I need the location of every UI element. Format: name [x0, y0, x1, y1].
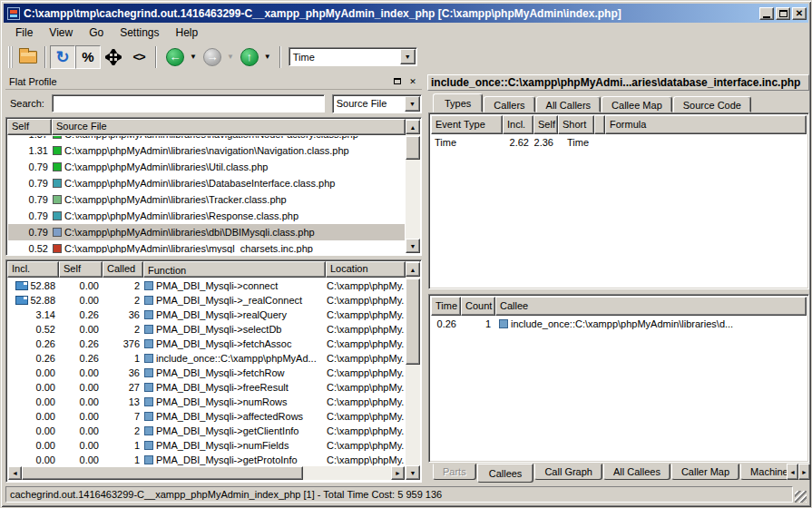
toolbar-handle[interactable] — [8, 46, 13, 68]
file-row[interactable]: 0.79 C:\xampp\phpMyAdmin\libraries\Util.… — [8, 159, 405, 175]
detail-tab[interactable]: All Callers — [536, 96, 602, 112]
column-header-incl[interactable]: Incl. — [503, 115, 533, 134]
up-dropdown-arrow[interactable]: ▼ — [264, 53, 271, 61]
file-row[interactable]: 0.79 C:\xampp\phpMyAdmin\libraries\Track… — [8, 191, 405, 208]
scroll-right-icon[interactable]: ► — [391, 466, 405, 480]
scroll-down-icon[interactable]: ▼ — [406, 465, 420, 480]
tab-scroll-left-icon[interactable]: ◄ — [787, 464, 798, 480]
column-header-source-file[interactable]: Source File — [52, 119, 406, 135]
cycle-detection-button[interactable]: ↻ — [50, 45, 75, 69]
file-row[interactable]: 1.31 C:\xampp\phpMyAdmin\libraries\navig… — [8, 142, 405, 159]
event-type-selector[interactable]: Time ▼ — [289, 47, 417, 66]
chevron-down-icon[interactable]: ▼ — [405, 96, 420, 112]
location: C:\xampp\phpMy... — [327, 454, 405, 465]
column-header-incl[interactable]: Incl. — [7, 261, 59, 278]
scroll-thumb[interactable] — [22, 466, 303, 480]
function-icon — [144, 325, 153, 334]
function-table-vscrollbar[interactable]: ▲ ▼ — [406, 262, 420, 480]
event-table-header: Event Type Incl. Self Short Formula — [431, 115, 807, 134]
function-icon — [144, 296, 153, 305]
back-button[interactable]: ← — [162, 45, 188, 69]
chevron-down-icon[interactable]: ▼ — [400, 49, 416, 64]
function-row[interactable]: 0.00 0.00 2 PMA_DBI_Mysqli->getClientInf… — [8, 424, 405, 438]
menu-item[interactable]: Settings — [112, 24, 167, 41]
file-row[interactable]: 0.52 C:\xampp\phpMyAdmin\libraries\mysql… — [8, 240, 405, 253]
column-header-self[interactable]: Self — [59, 261, 103, 278]
forward-button[interactable]: → — [200, 45, 225, 69]
search-input[interactable] — [52, 94, 325, 112]
function-row[interactable]: 3.14 0.26 36 PMA_DBI_Mysqli->realQuery C… — [8, 308, 405, 322]
resize-grip[interactable] — [795, 491, 807, 503]
file-row[interactable]: 0.79 C:\xampp\phpMyAdmin\libraries\dbi\D… — [8, 224, 405, 240]
dock-float-button[interactable] — [391, 75, 404, 87]
detail-tab[interactable]: Types — [433, 93, 483, 112]
scroll-thumb[interactable] — [406, 278, 420, 365]
maximize-button[interactable] — [776, 7, 790, 20]
function-row[interactable]: 52.88 0.00 2 PMA_DBI_Mysqli->connect C:\… — [8, 278, 405, 293]
file-row[interactable]: 0.79 C:\xampp\phpMyAdmin\libraries\Datab… — [8, 175, 405, 191]
column-header-self[interactable]: Self — [7, 119, 52, 135]
event-type-row[interactable]: Time 2.62 2.36 Time — [431, 134, 807, 151]
function-row[interactable]: 52.88 0.00 2 PMA_DBI_Mysqli->_realConnec… — [8, 293, 405, 308]
detail-tab[interactable]: Callee Map — [602, 96, 672, 112]
open-file-button[interactable] — [15, 45, 41, 69]
function-row[interactable]: 0.00 0.00 13 PMA_DBI_Mysqli->numRows C:\… — [8, 395, 405, 409]
scroll-up-icon[interactable]: ▲ — [406, 262, 420, 277]
function-table-hscrollbar[interactable]: ◄ ► — [8, 466, 405, 480]
dock-close-button[interactable]: ✕ — [406, 75, 419, 87]
column-header-location[interactable]: Location — [326, 261, 406, 278]
up-button[interactable]: ↑ — [237, 45, 262, 69]
column-header-event-type[interactable]: Event Type — [431, 115, 503, 134]
relative-cost-button[interactable]: % — [75, 45, 101, 69]
function-row[interactable]: 0.26 0.26 1 include_once::C:\xampp\phpMy… — [8, 351, 405, 366]
column-header-function[interactable]: Function — [143, 261, 326, 278]
tab-scroll-right-icon[interactable]: ► — [798, 464, 810, 480]
detail-tab[interactable]: Callees — [477, 464, 534, 483]
scroll-left-icon[interactable]: ◄ — [8, 466, 22, 480]
detail-tab[interactable]: All Callees — [603, 464, 670, 480]
menu-item[interactable]: Go — [81, 24, 112, 41]
source-file-table: Self Source File 1.37 C:\xampp\phpMyAdmi… — [5, 117, 422, 256]
function-row[interactable]: 0.00 0.00 1 PMA_DBI_Mysqli->numFields C:… — [8, 438, 405, 453]
function-row[interactable]: 0.00 0.00 36 PMA_DBI_Mysqli->fetchRow C:… — [8, 366, 405, 380]
file-table-vscrollbar[interactable]: ▲ ▼ — [406, 120, 420, 253]
column-header-called[interactable]: Called — [103, 261, 143, 278]
minimize-button[interactable] — [759, 7, 774, 20]
back-dropdown-arrow[interactable]: ▼ — [190, 53, 197, 61]
scroll-up-icon[interactable]: ▲ — [406, 120, 420, 134]
function-row[interactable]: 0.00 0.00 27 PMA_DBI_Mysqli->freeResult … — [8, 380, 405, 395]
function-icon — [144, 339, 153, 348]
function-row[interactable]: 0.52 0.00 2 PMA_DBI_Mysqli->selectDb C:\… — [8, 322, 405, 337]
cost-color-icon — [53, 146, 62, 155]
column-header-time[interactable]: Time — [431, 297, 461, 316]
column-header-callee[interactable]: Callee — [495, 297, 807, 316]
grouping-selector[interactable]: Source File ▼ — [332, 94, 422, 113]
column-header-short[interactable]: Short — [558, 115, 594, 134]
column-header-self[interactable]: Self — [533, 115, 558, 134]
relative-to-parent-button[interactable] — [101, 45, 126, 69]
function-row[interactable]: 0.00 0.00 7 PMA_DBI_Mysqli->affectedRows… — [8, 409, 405, 424]
close-button[interactable]: ✕ — [792, 7, 807, 20]
detail-tab[interactable]: Parts — [433, 464, 476, 480]
menu-item[interactable]: View — [41, 24, 81, 41]
column-header-formula[interactable]: Formula — [605, 115, 807, 134]
scroll-down-icon[interactable]: ▼ — [406, 239, 420, 253]
function-icon — [144, 412, 153, 421]
scroll-thumb[interactable] — [406, 136, 420, 160]
shorten-templates-button[interactable]: <> — [126, 45, 152, 69]
function-row[interactable]: 0.00 0.00 1 PMA_DBI_Mysqli->getProtoInfo… — [8, 453, 405, 466]
file-row[interactable]: 0.79 C:\xampp\phpMyAdmin\libraries\Respo… — [8, 208, 405, 224]
detail-tab[interactable]: Call Graph — [534, 464, 602, 480]
column-header-count[interactable]: Count — [461, 297, 495, 316]
function-row[interactable]: 0.26 0.26 376 PMA_DBI_Mysqli->fetchAssoc… — [8, 337, 405, 351]
detail-tab[interactable]: Callers — [484, 96, 534, 112]
menu-item[interactable]: File — [7, 24, 41, 41]
function-name: PMA_DBI_Mysqli->numRows — [156, 396, 288, 407]
function-icon — [144, 281, 153, 290]
detail-tab[interactable]: Source Code — [673, 96, 751, 112]
function-icon — [144, 397, 153, 406]
detail-tab[interactable]: Caller Map — [671, 464, 739, 480]
file-row[interactable]: 1.37 C:\xampp\phpMyAdmin\libraries\navig… — [8, 136, 405, 142]
menu-item[interactable]: Help — [168, 24, 207, 41]
callee-row[interactable]: 0.26 1 include_once::C:\xampp\phpMyAdmin… — [431, 316, 807, 332]
